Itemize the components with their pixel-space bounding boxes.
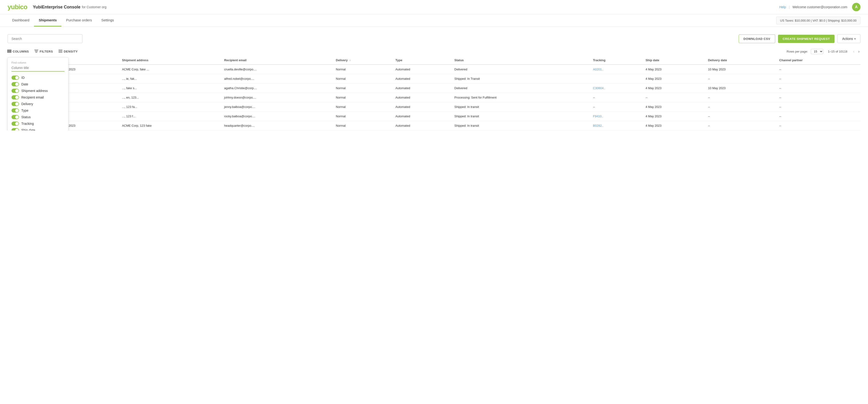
download-csv-button[interactable]: DOWNLOAD CSV <box>739 34 775 43</box>
toggle-status[interactable] <box>11 115 19 119</box>
filters-button[interactable]: FILTERS <box>34 50 53 54</box>
column-label-type: Type <box>21 109 28 112</box>
tracking-link[interactable]: C30604.. <box>593 86 605 90</box>
help-link[interactable]: Help <box>779 5 786 9</box>
page-info: 1–15 of 10118 <box>828 50 847 53</box>
filters-label: FILTERS <box>40 50 53 53</box>
column-toggle-tracking: Tracking <box>11 120 64 127</box>
column-label-ship-date: Ship date <box>21 128 35 131</box>
column-list: ID Date Shipment address Recipient email… <box>11 75 64 131</box>
cell-delivery-date: -- <box>705 112 776 121</box>
cell-type: Automated <box>393 102 452 112</box>
table-row: ......, en, 123...johhny.doesn@corpo....… <box>7 93 861 102</box>
chevron-down-icon: ▾ <box>855 37 856 40</box>
cell-email: johhny.doesn@corpo.... <box>221 93 333 102</box>
cell-status: Shipped: In transit <box>452 112 590 121</box>
col-header-delivery-date[interactable]: Delivery date <box>705 56 776 64</box>
svg-rect-2 <box>10 50 11 53</box>
toggle-type[interactable] <box>11 108 19 113</box>
cell-type: Automated <box>393 121 452 131</box>
table-controls: COLUMNS FILTERS DENSITY <box>7 49 861 54</box>
density-button[interactable]: DENSITY <box>59 50 78 54</box>
cell-email: headquarter@corpo.... <box>221 121 333 131</box>
rows-per-page-label: Rows per page: <box>787 50 808 53</box>
cell-type: Automated <box>393 84 452 93</box>
cell-status: Processing: Sent for Fulfillment <box>452 93 590 102</box>
cell-tracking[interactable]: B0282.. <box>590 121 643 131</box>
column-picker: Find column ID Date Shipment address Re <box>7 57 68 131</box>
cell-delivery: Normal <box>333 121 393 131</box>
column-search-input[interactable] <box>11 65 64 71</box>
toggle-ship-date[interactable] <box>11 128 19 131</box>
column-label-delivery: Delivery <box>21 102 33 106</box>
toggle-id[interactable] <box>11 76 19 80</box>
cell-delivery: Normal <box>333 112 393 121</box>
nav-item-purchase-orders[interactable]: Purchase orders <box>61 14 97 27</box>
tracking-link[interactable]: F9410.. <box>593 115 603 118</box>
col-header-email[interactable]: Recipient email <box>221 56 333 64</box>
toggle-delivery[interactable] <box>11 102 19 106</box>
cell-tracking: -- <box>590 93 643 102</box>
toggle-recipient-email[interactable] <box>11 95 19 99</box>
prev-page-button[interactable]: ‹ <box>852 49 855 54</box>
cell-email: jenny.balboa@corpo.... <box>221 102 333 112</box>
column-label-tracking: Tracking <box>21 122 34 125</box>
cell-email: agatha.Christie@corp.... <box>221 84 333 93</box>
cell-address: ..., en, 123... <box>119 93 221 102</box>
cell-ship-date: 4 May 2023 <box>643 84 705 93</box>
column-label-shipment-address: Shipment address <box>21 89 48 93</box>
col-header-ship-date[interactable]: Ship date <box>643 56 705 64</box>
search-input[interactable] <box>7 34 83 43</box>
col-header-delivery[interactable]: Delivery ↑ <box>333 56 393 64</box>
column-label-recipient-email: Recipient email <box>21 95 44 99</box>
tracking-link[interactable]: B0282.. <box>593 124 603 127</box>
tracking-link[interactable]: A0201.. <box>593 67 603 71</box>
col-header-address[interactable]: Shipment address <box>119 56 221 64</box>
nav-item-settings[interactable]: Settings <box>97 14 119 27</box>
nav-item-dashboard[interactable]: Dashboard <box>7 14 34 27</box>
header-divider: | <box>789 5 790 9</box>
cell-type: Automated <box>393 112 452 121</box>
sort-icon-delivery: ↑ <box>349 59 351 62</box>
toggle-tracking[interactable] <box>11 121 19 126</box>
table-wrapper: ID Date Shipment address Recipient email… <box>7 56 861 131</box>
pagination: Rows per page: 15 25 50 1–15 of 10118 ‹ … <box>787 49 861 54</box>
create-shipment-button[interactable]: CREATE SHIPMENT REQUEST <box>778 35 835 43</box>
rows-per-page-select[interactable]: 15 25 50 <box>811 49 823 54</box>
svg-rect-0 <box>7 50 8 53</box>
cell-tracking[interactable]: A0201.. <box>590 64 643 74</box>
cell-tracking[interactable]: F9410.. <box>590 112 643 121</box>
cell-delivery-date: -- <box>705 74 776 84</box>
col-header-channel-partner[interactable]: Channel partner <box>776 56 861 64</box>
cell-address: ACME Corp, fake ... <box>119 64 221 74</box>
density-icon <box>59 50 62 54</box>
avatar[interactable]: A <box>852 3 861 11</box>
cell-tracking: -- <box>590 102 643 112</box>
cell-delivery: Normal <box>333 74 393 84</box>
column-toggle-date: Date <box>11 81 64 87</box>
cell-tracking[interactable]: C30604.. <box>590 84 643 93</box>
main-content: DOWNLOAD CSV CREATE SHIPMENT REQUEST Act… <box>0 27 868 131</box>
svg-rect-1 <box>9 50 10 53</box>
cell-email: rocky.balboa@corpo.... <box>221 112 333 121</box>
cell-type: Automated <box>393 64 452 74</box>
table-header: ID Date Shipment address Recipient email… <box>7 56 861 64</box>
toggle-date[interactable] <box>11 82 19 86</box>
col-header-status[interactable]: Status <box>452 56 590 64</box>
col-header-tracking[interactable]: Tracking <box>590 56 643 64</box>
cell-channel-partner: -- <box>776 121 861 131</box>
toggle-shipment-address[interactable] <box>11 89 19 93</box>
column-label-status: Status <box>21 115 31 119</box>
columns-button[interactable]: COLUMNS <box>7 50 29 54</box>
col-header-type[interactable]: Type <box>393 56 452 64</box>
actions-button[interactable]: Actions ▾ <box>837 34 861 43</box>
cell-delivery-date: 10 May 2023 <box>705 64 776 74</box>
next-page-button[interactable]: › <box>857 49 861 54</box>
cell-ship-date: -- <box>643 93 705 102</box>
column-label-id: ID <box>21 76 25 80</box>
nav-item-shipments[interactable]: Shipments <box>34 14 61 27</box>
column-toggle-id: ID <box>11 75 64 81</box>
cell-address: ..., fake s... <box>119 84 221 93</box>
cell-delivery-date: -- <box>705 121 776 131</box>
cell-delivery: Normal <box>333 64 393 74</box>
